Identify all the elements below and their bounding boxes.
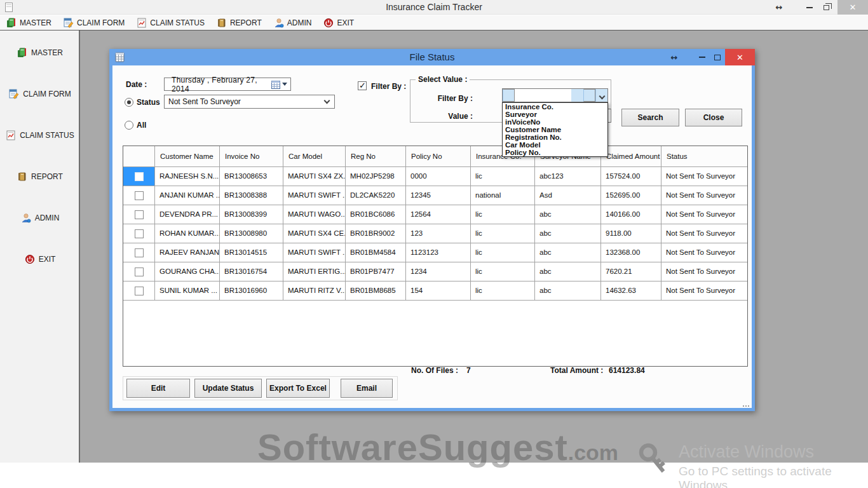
sidebar-item-claim-status[interactable]: CLAIM STATUS xyxy=(0,128,80,143)
cell-invoice-no: BR13008653 xyxy=(220,167,283,186)
table-row[interactable]: ANJANI KUMAR ...BR13008388MARUTI SWIFT .… xyxy=(123,186,747,205)
row-select-cell[interactable] xyxy=(123,281,155,301)
table-row[interactable]: GOURANG CHA...BR13016754MARUTI ERTIG...B… xyxy=(123,262,747,281)
edit-button[interactable]: Edit xyxy=(126,379,190,398)
export-to-excel-button[interactable]: Export To Excel xyxy=(266,379,330,398)
row-select-cell[interactable] xyxy=(123,243,155,262)
cell-reg-no: DL2CAK5220 xyxy=(346,186,406,205)
dropdown-option-customer-name[interactable]: Customer Name xyxy=(503,126,607,133)
chevron-down-icon xyxy=(324,98,330,104)
status-radio[interactable] xyxy=(125,98,133,107)
date-picker[interactable]: Thursday , February 27, 2014 xyxy=(164,78,291,91)
sidebar-item-exit[interactable]: EXIT xyxy=(0,252,80,267)
filter-combobox-dropdown-button[interactable] xyxy=(595,89,607,102)
files-count-value: 7 xyxy=(466,366,471,375)
row-select-cell[interactable] xyxy=(123,186,155,205)
dialog-minimize-button[interactable] xyxy=(695,49,709,65)
cell-claimed-amount: 157524.00 xyxy=(601,167,661,186)
cell-status: Not Sent To Surveyor xyxy=(661,205,748,224)
sidebar-item-master[interactable]: MASTER xyxy=(0,45,80,60)
row-checkbox[interactable] xyxy=(135,191,144,200)
main-close-button[interactable]: ✕ xyxy=(837,0,868,15)
cell-car-model: MARUTI SX4 CE... xyxy=(283,224,346,243)
row-checkbox[interactable] xyxy=(135,268,144,276)
row-select-cell[interactable] xyxy=(123,262,155,281)
close-button[interactable]: Close xyxy=(685,109,742,126)
grid-header-claimed-amount[interactable]: Claimed Amount xyxy=(601,146,661,167)
row-select-cell[interactable] xyxy=(123,224,155,243)
sidebar-item-claim-form[interactable]: CLAIM FORM xyxy=(0,86,80,102)
menu-item-master[interactable]: MASTER xyxy=(6,18,51,28)
grid-header-policy-no[interactable]: Policy No xyxy=(406,146,471,167)
menu-item-admin[interactable]: ADMIN xyxy=(274,18,312,28)
cell-claimed-amount: 140166.00 xyxy=(601,205,661,224)
update-status-button[interactable]: Update Status xyxy=(194,379,262,398)
cell-insurance-co-: national xyxy=(471,186,535,205)
status-combobox[interactable]: Not Sent To Surveyor xyxy=(164,95,335,109)
grid-header-customer-name[interactable]: Customer Name xyxy=(155,146,220,167)
email-button[interactable]: Email xyxy=(341,379,393,398)
sidebar-item-report[interactable]: REPORT xyxy=(0,169,80,184)
grid-header-reg-no[interactable]: Reg No xyxy=(346,146,406,167)
dropdown-option-car-model[interactable]: Car Model xyxy=(503,141,607,149)
app-title: Insurance Claim Tracker xyxy=(0,2,868,12)
main-resize-arrows[interactable]: ↔ xyxy=(773,0,785,15)
row-checkbox[interactable] xyxy=(135,172,144,181)
row-checkbox[interactable] xyxy=(135,248,144,257)
groupbox-legend: Select Value : xyxy=(416,75,470,84)
cell-policy-no: 123 xyxy=(406,224,471,243)
dialog-titlebar[interactable]: File Status ↔ ✕ xyxy=(109,49,755,65)
cell-insurance-co-: lic xyxy=(471,224,535,243)
sidebar-item-admin[interactable]: ADMIN xyxy=(0,210,80,226)
cell-status: Not Sent To Surveyor xyxy=(661,186,748,205)
dialog-title: File Status xyxy=(109,51,755,62)
cell-insurance-co-: lic xyxy=(471,205,535,224)
sidebar-item-label: REPORT xyxy=(31,172,63,181)
grid-header-select[interactable] xyxy=(123,146,155,167)
cell-customer-name: RAJNEESH S.N.... xyxy=(155,167,220,186)
date-dropdown-arrow-icon[interactable] xyxy=(282,83,287,86)
dropdown-option-registration-no-[interactable]: Registration No. xyxy=(503,133,607,141)
filter-combobox[interactable] xyxy=(502,88,608,102)
menu-item-claim-form[interactable]: CLAIM FORM xyxy=(64,18,125,28)
search-button[interactable]: Search xyxy=(621,109,679,126)
all-radio[interactable] xyxy=(125,121,133,130)
menu-item-report[interactable]: REPORT xyxy=(217,18,262,28)
row-checkbox[interactable] xyxy=(135,229,144,238)
grid-header-car-model[interactable]: Car Model xyxy=(283,146,346,167)
table-row[interactable]: SUNIL KUMAR ...BR13016960MARUTI RITZ V..… xyxy=(123,281,747,301)
menu-item-exit[interactable]: EXIT xyxy=(323,18,354,28)
dropdown-option-invoiceno[interactable]: inVoiceNo xyxy=(503,118,607,126)
cell-invoice-no: BR13008980 xyxy=(220,224,283,243)
cell-car-model: MARUTI SWIFT ... xyxy=(283,243,346,262)
table-row[interactable]: RAJNEESH S.N....BR13008653MARUTI SX4 ZX.… xyxy=(123,167,747,186)
grid-header-invoice-no[interactable]: Invoice No xyxy=(220,146,283,167)
table-row[interactable]: ROHAN KUMAR...BR13008980MARUTI SX4 CE...… xyxy=(123,224,747,243)
dialog-maximize-button[interactable] xyxy=(710,49,724,65)
row-checkbox[interactable] xyxy=(135,210,144,219)
filter-by-checkbox[interactable] xyxy=(358,81,367,90)
dialog-resize-arrows[interactable]: ↔ xyxy=(667,49,681,65)
dialog-close-button[interactable]: ✕ xyxy=(725,49,755,65)
dropdown-option-policy-no-[interactable]: Policy No. xyxy=(503,149,607,156)
row-select-cell[interactable] xyxy=(123,205,155,224)
report-icon xyxy=(17,172,27,182)
menu-item-label: CLAIM STATUS xyxy=(150,18,205,27)
table-row[interactable]: RAJEEV RANJANBR13014515MARUTI SWIFT ...B… xyxy=(123,243,747,262)
main-minimize-button[interactable] xyxy=(803,0,816,15)
action-button-panel: EditUpdate StatusExport To ExcelEmail xyxy=(123,376,398,400)
table-row[interactable]: DEVENDRA PR...BR13008399MARUTI WAGO...BR… xyxy=(123,205,747,224)
row-select-cell[interactable] xyxy=(123,167,155,186)
dropdown-option-surveyor[interactable]: Surveyor xyxy=(503,111,607,118)
row-checkbox[interactable] xyxy=(135,287,144,295)
grid-header-status[interactable]: Status xyxy=(661,146,748,167)
dropdown-option-insurance-co-[interactable]: Insurance Co. xyxy=(503,103,607,111)
cell-claimed-amount: 7620.21 xyxy=(601,262,661,281)
cell-surveyor-name: abc xyxy=(535,243,601,262)
main-restore-button[interactable] xyxy=(820,0,832,15)
claim-status-icon xyxy=(137,18,147,28)
softwaresuggest-watermark: SoftwareSuggest.com xyxy=(257,426,618,468)
cell-car-model: MARUTI SWIFT ... xyxy=(283,186,346,205)
resize-grip-icon[interactable] xyxy=(744,402,749,407)
menu-item-claim-status[interactable]: CLAIM STATUS xyxy=(137,18,205,28)
